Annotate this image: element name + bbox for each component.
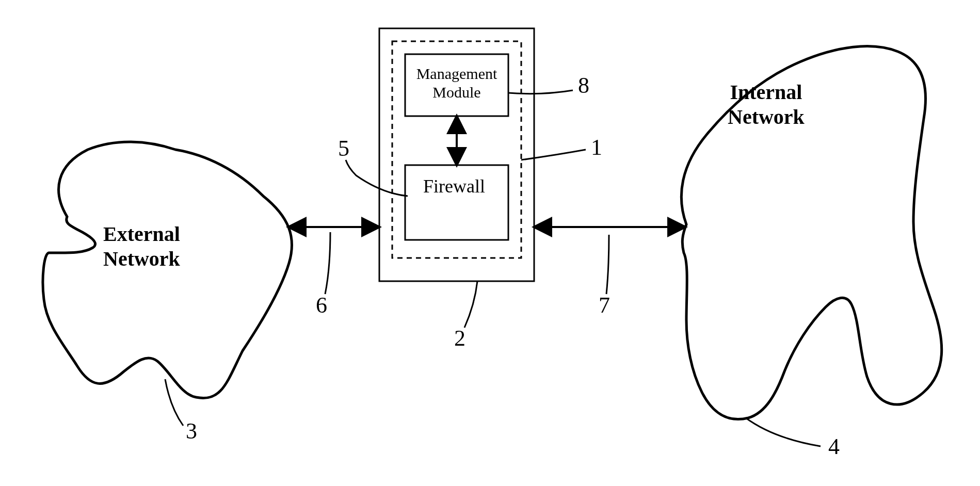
leader-4	[746, 418, 821, 446]
ref-number-4: 4	[828, 433, 840, 460]
internal-network-label: Internal Network	[728, 80, 805, 129]
ref-number-6: 6	[316, 292, 327, 318]
management-module-label: Management Module	[410, 64, 503, 102]
internal-network-label-line2: Network	[728, 105, 805, 129]
ref-number-5: 5	[338, 135, 349, 161]
external-network-label-line1: External	[103, 222, 180, 247]
leader-7	[606, 235, 609, 294]
leader-8	[508, 90, 573, 94]
leader-6	[325, 232, 330, 294]
leader-5	[346, 160, 408, 196]
ref-number-7: 7	[599, 292, 610, 318]
external-network-label: External Network	[103, 222, 180, 271]
management-module-label-line2: Module	[410, 83, 503, 102]
ref-number-1: 1	[591, 134, 602, 160]
management-module-label-line1: Management	[410, 64, 503, 83]
firewall-label: Firewall	[423, 175, 485, 197]
external-network-label-line2: Network	[103, 247, 180, 271]
ref-number-8: 8	[578, 72, 589, 99]
leader-1	[521, 150, 586, 160]
internal-network-blob	[681, 46, 941, 419]
leader-2	[464, 281, 477, 328]
internal-network-label-line1: Internal	[728, 80, 805, 105]
ref-number-2: 2	[454, 325, 465, 351]
ref-number-3: 3	[186, 418, 197, 444]
diagram-container: External Network Internal Network Manage…	[0, 0, 980, 486]
